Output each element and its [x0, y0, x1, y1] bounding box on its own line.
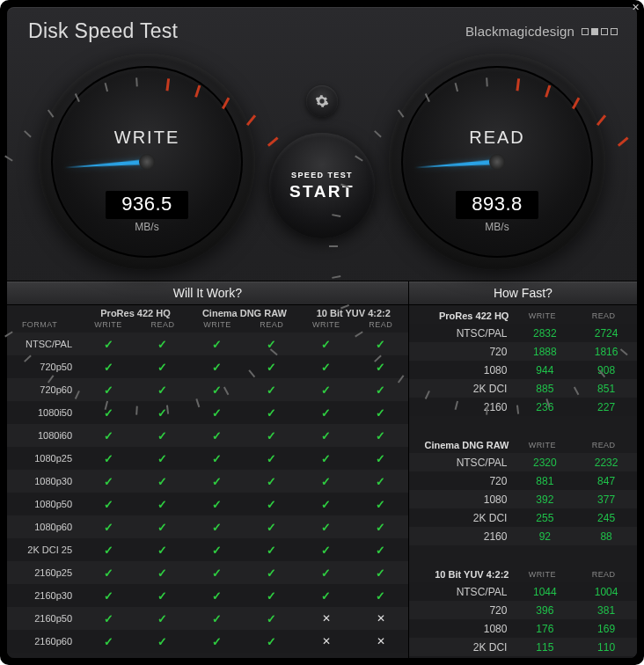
hf-row: 2160236227: [409, 398, 637, 416]
hf-row-label: 2K DCI: [409, 638, 515, 656]
hf-row: 2K DCI115110: [409, 638, 637, 656]
check-icon: ✓: [354, 493, 408, 515]
hf-row: 1080392377: [409, 490, 637, 508]
hf-read-value: 245: [575, 508, 637, 527]
cross-icon: ✕: [354, 607, 408, 630]
check-icon: ✓: [81, 493, 135, 515]
check-icon: ✓: [135, 561, 190, 584]
check-icon: ✓: [81, 332, 135, 355]
hf-write-value: 255: [514, 508, 575, 527]
hf-row-label: 2160: [409, 398, 515, 416]
wiw-group-2: 10 Bit YUV 4:2:2: [299, 305, 408, 320]
write-gauge: WRITE 936.5 MB/s: [39, 54, 255, 270]
check-icon: ✓: [190, 332, 245, 355]
brand-logo-icon: [582, 28, 618, 35]
app-title: Disk Speed Test: [28, 19, 178, 43]
wiw-row-label: NTSC/PAL: [7, 332, 81, 355]
check-icon: ✓: [81, 378, 135, 401]
hf-row: 2K DCI885851: [409, 379, 637, 398]
wiw-table: ProRes 422 HQ Cinema DNG RAW 10 Bit YUV …: [7, 305, 408, 653]
hf-row-label: 720: [409, 342, 515, 361]
check-icon: ✓: [245, 607, 299, 630]
hf-write-value: 115: [514, 638, 575, 656]
hf-write-value: 1044: [514, 582, 575, 601]
wiw-row: 720p60✓✓✓✓✓✓: [7, 378, 408, 401]
hf-read-value: 1004: [575, 582, 637, 601]
hf-group-header: Cinema DNG RAWWRITEREAD: [409, 435, 637, 453]
wiw-row-label: 2160p60: [7, 630, 81, 653]
wiw-group-0: ProRes 422 HQ: [81, 305, 190, 320]
wiw-row-label: 2160p50: [7, 607, 81, 630]
wiw-row: NTSC/PAL✓✓✓✓✓✓: [7, 332, 408, 355]
check-icon: ✓: [190, 561, 245, 584]
hf-row-label: 2160: [409, 656, 515, 658]
hf-row-label: 1080: [409, 619, 515, 638]
app-window: ✕ Disk Speed Test Blackmagicdesign WRITE: [0, 0, 644, 665]
check-icon: ✓: [135, 447, 190, 470]
how-fast-panel: How Fast? ProRes 422 HQWRITEREADNTSC/PAL…: [409, 281, 637, 658]
check-icon: ✓: [299, 538, 354, 561]
hf-row-label: 1080: [409, 361, 515, 379]
wiw-row-label: 720p60: [7, 378, 81, 401]
check-icon: ✓: [135, 493, 190, 515]
hf-write-value: 944: [514, 361, 575, 379]
check-icon: ✓: [245, 470, 299, 493]
wiw-row: 1080i60✓✓✓✓✓✓: [7, 424, 408, 447]
write-gauge-label: WRITE: [51, 128, 243, 148]
hf-row-label: 1080: [409, 490, 515, 508]
wiw-row: 2160p60✓✓✓✓✕✕: [7, 630, 408, 653]
hf-write-value: 41: [514, 656, 575, 658]
cross-icon: ✕: [354, 630, 408, 653]
title-bar: Disk Speed Test Blackmagicdesign: [7, 7, 637, 48]
wiw-format-col: FORMAT: [7, 320, 81, 332]
check-icon: ✓: [135, 630, 190, 653]
hf-read-value: 2724: [575, 324, 637, 342]
wiw-row: 2160p50✓✓✓✓✕✕: [7, 607, 408, 630]
hf-read-value: 2232: [575, 453, 637, 471]
wiw-row-label: 1080p50: [7, 493, 81, 515]
check-icon: ✓: [81, 538, 135, 561]
check-icon: ✓: [135, 607, 190, 630]
check-icon: ✓: [81, 584, 135, 607]
check-icon: ✓: [135, 378, 190, 401]
wiw-row-label: 2160p30: [7, 584, 81, 607]
check-icon: ✓: [135, 424, 190, 447]
check-icon: ✓: [245, 538, 299, 561]
check-icon: ✓: [190, 470, 245, 493]
will-it-work-panel: Will It Work? ProRes 422 HQ Cinema DNG R…: [7, 281, 409, 658]
hf-group-name: 10 Bit YUV 4:2:2: [409, 564, 515, 582]
check-icon: ✓: [81, 447, 135, 470]
cross-icon: ✕: [299, 630, 354, 653]
check-icon: ✓: [135, 332, 190, 355]
read-value: 893.8: [456, 191, 538, 219]
check-icon: ✓: [135, 515, 190, 538]
start-button[interactable]: SPEED TEST START: [269, 133, 375, 238]
hf-write-value: 396: [514, 601, 575, 619]
hf-group-name: Cinema DNG RAW: [409, 435, 515, 453]
wiw-header: Will It Work?: [7, 281, 408, 305]
hf-write-value: 392: [514, 490, 575, 508]
wiw-row: 1080p60✓✓✓✓✓✓: [7, 515, 408, 538]
check-icon: ✓: [81, 630, 135, 653]
hf-write-value: 2832: [514, 324, 575, 342]
wiw-row: 720p50✓✓✓✓✓✓: [7, 355, 408, 378]
hf-row-label: NTSC/PAL: [409, 324, 515, 342]
brand: Blackmagicdesign: [465, 24, 618, 39]
hf-row: 72018881816: [409, 342, 637, 361]
hf-row: 21609288: [409, 527, 637, 545]
wiw-row-label: 2K DCI 25: [7, 538, 81, 561]
close-icon[interactable]: ✕: [630, 2, 640, 12]
hf-row: 1080176169: [409, 619, 637, 638]
hf-group-name: ProRes 422 HQ: [409, 305, 515, 324]
gear-icon: [315, 94, 329, 108]
check-icon: ✓: [245, 561, 299, 584]
hf-row-label: 2160: [409, 527, 515, 545]
check-icon: ✓: [190, 378, 245, 401]
check-icon: ✓: [135, 355, 190, 378]
wiw-row-label: 1080i50: [7, 401, 81, 424]
check-icon: ✓: [245, 447, 299, 470]
check-icon: ✓: [354, 470, 408, 493]
check-icon: ✓: [81, 401, 135, 424]
check-icon: ✓: [354, 332, 408, 355]
settings-button[interactable]: [306, 85, 338, 117]
